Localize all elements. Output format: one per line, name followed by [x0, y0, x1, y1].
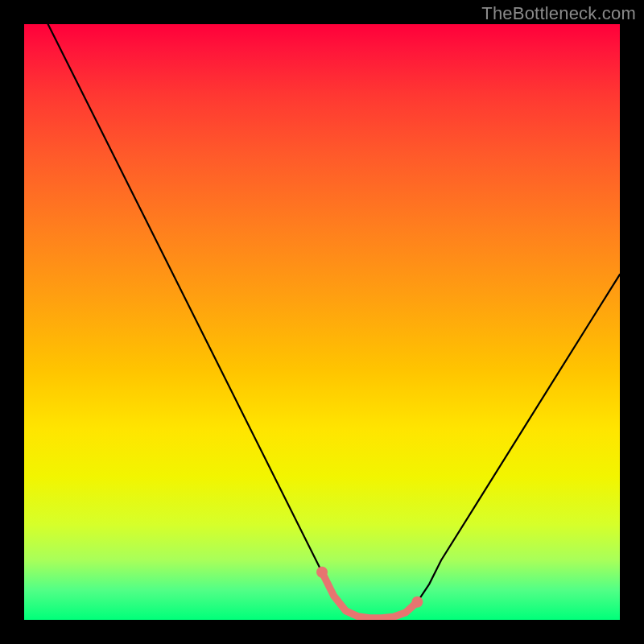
optimal-range-endpoint	[316, 567, 328, 578]
optimal-range-endpoint	[411, 597, 423, 608]
chart-frame: TheBottleneck.com	[0, 0, 644, 644]
plot-area	[24, 24, 620, 620]
bottleneck-curve	[24, 24, 620, 618]
watermark-text: TheBottleneck.com	[481, 3, 636, 24]
curve-layer	[24, 24, 620, 620]
optimal-range-markers	[316, 567, 423, 618]
optimal-range-line	[322, 572, 417, 618]
